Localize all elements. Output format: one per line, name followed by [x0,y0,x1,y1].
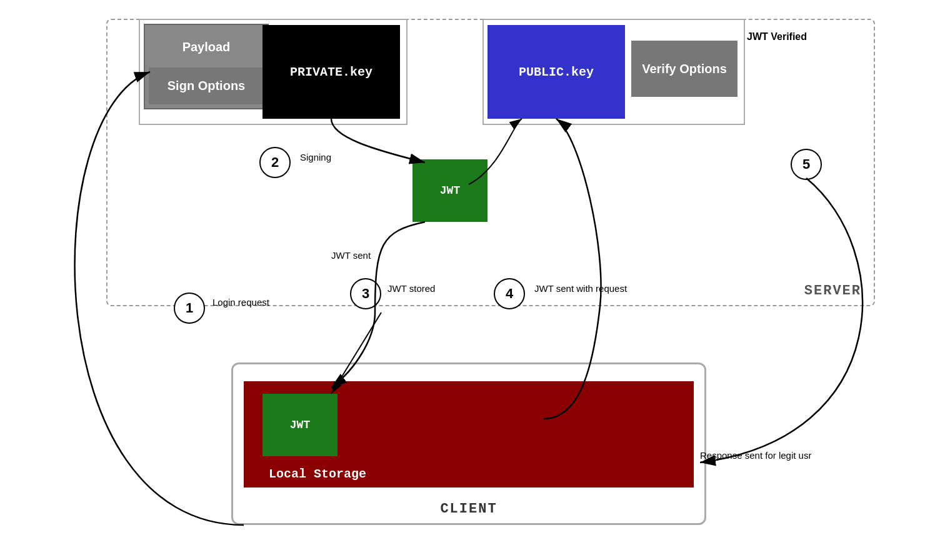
sign-options-label: Sign Options [149,68,264,104]
verify-options-box: Verify Options [631,41,738,97]
private-key-text: PRIVATE.key [290,65,372,79]
jwt-verified-label: JWT Verified [747,31,807,42]
signing-label: Signing [300,152,331,162]
jwt-server-box: JWT [412,159,488,222]
jwt-stored-label: JWT stored [388,283,435,294]
step-1-circle: 1 [174,292,205,324]
public-key-box: PUBLIC.key [488,25,625,119]
server-label: SERVER [804,283,861,299]
step-2-circle: 2 [259,147,291,178]
payload-box: Payload Sign Options [144,24,269,109]
step-5-circle: 5 [791,149,822,180]
jwt-sent-with-request-label: JWT sent with request [534,283,627,294]
jwt-client-text: JWT [290,419,310,431]
private-key-box: PRIVATE.key [262,25,400,119]
jwt-server-text: JWT [440,184,460,197]
jwt-client-box: JWT [262,394,338,456]
verify-options-text: Verify Options [642,62,727,76]
public-key-text: PUBLIC.key [519,65,594,79]
step-3-circle: 3 [350,278,381,309]
step-4-circle: 4 [494,278,525,309]
payload-label: Payload [149,29,264,66]
login-request-label: Login request [212,297,269,308]
jwt-sent-label: JWT sent [331,250,371,261]
response-sent-label: Response sent for legit usr [700,450,811,461]
diagram: SERVER Payload Sign Options PRIVATE.key … [0,0,925,560]
client-label: CLIENT [440,501,497,517]
